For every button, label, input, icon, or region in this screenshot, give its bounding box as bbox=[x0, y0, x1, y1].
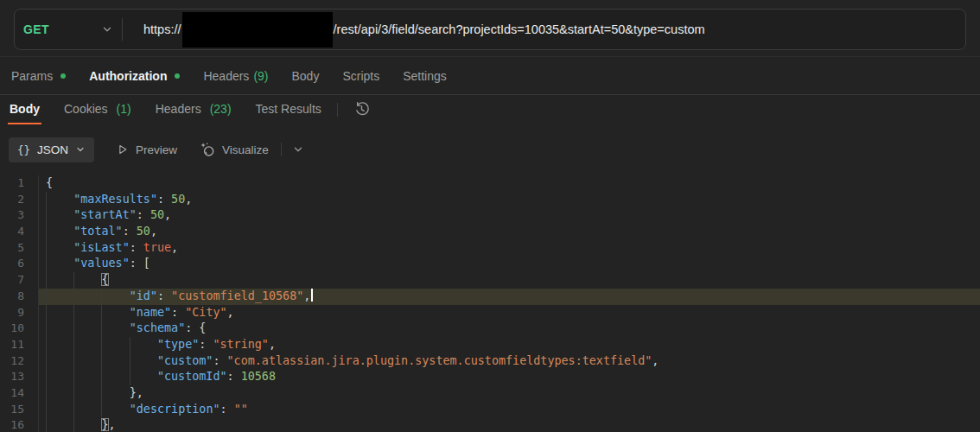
indent-guide bbox=[73, 272, 101, 289]
indent-guide bbox=[73, 353, 101, 370]
code-token: : bbox=[157, 193, 171, 206]
code-content: "maxResults": 50, bbox=[39, 192, 980, 208]
code-line[interactable]: 11"type": "string", bbox=[0, 337, 980, 353]
code-token: "custom" bbox=[157, 354, 213, 367]
sparkle-ball-icon bbox=[200, 142, 215, 157]
tab-count: (9) bbox=[253, 69, 268, 83]
request-tab-scripts[interactable]: Scripts bbox=[342, 69, 379, 83]
indent-guide bbox=[46, 240, 73, 257]
code-line[interactable]: 8"id": "customfield_10568", bbox=[0, 289, 980, 305]
request-tab-headers[interactable]: Headers(9) bbox=[203, 69, 268, 83]
code-token: 50 bbox=[137, 225, 150, 238]
response-tab-cookies[interactable]: Cookies(1) bbox=[62, 95, 133, 124]
code-token: : bbox=[213, 354, 226, 367]
tab-label: Params bbox=[11, 69, 53, 83]
line-number: 6 bbox=[0, 256, 39, 272]
request-url-section: GET https:///rest/api/3/field/search?pro… bbox=[0, 0, 980, 57]
line-number: 2 bbox=[0, 192, 39, 208]
response-tab-body[interactable]: Body bbox=[8, 95, 41, 124]
indent-guide bbox=[46, 369, 73, 385]
line-number: 13 bbox=[0, 369, 39, 385]
code-token: : bbox=[137, 208, 150, 221]
request-tab-authorization[interactable]: Authorization bbox=[89, 69, 180, 83]
url-input[interactable]: https:///rest/api/3/field/search?project… bbox=[143, 12, 965, 48]
code-line[interactable]: 9"name": "City", bbox=[0, 305, 980, 321]
response-tab-headers[interactable]: Headers(23) bbox=[154, 95, 233, 124]
code-content: "customId": 10568 bbox=[39, 369, 980, 385]
line-number: 8 bbox=[0, 289, 39, 305]
code-token: "isLast" bbox=[73, 241, 130, 254]
code-line[interactable]: 2"maxResults": 50, bbox=[0, 192, 980, 208]
code-token: "total" bbox=[73, 225, 122, 238]
response-tab-test-results[interactable]: Test Results bbox=[254, 95, 323, 124]
code-line[interactable]: 14}, bbox=[0, 385, 980, 402]
indent-guide bbox=[101, 369, 129, 385]
format-selector[interactable]: {} JSON bbox=[9, 137, 94, 162]
code-line[interactable]: 15"description": "" bbox=[0, 402, 980, 418]
request-tabs: ParamsAuthorizationHeaders(9)BodyScripts… bbox=[0, 57, 980, 95]
code-token: , bbox=[303, 289, 310, 302]
line-number: 10 bbox=[0, 321, 39, 337]
visualize-label: Visualize bbox=[222, 143, 269, 156]
code-content: "name": "City", bbox=[39, 305, 980, 321]
code-line[interactable]: 13"customId": 10568 bbox=[0, 369, 980, 385]
code-token: { bbox=[101, 273, 108, 286]
code-content: "description": "" bbox=[39, 402, 980, 418]
code-token: : { bbox=[185, 321, 206, 334]
code-line[interactable]: 10"schema": { bbox=[0, 321, 980, 337]
code-line[interactable]: 6"values": [ bbox=[0, 256, 980, 272]
indent-guide bbox=[46, 207, 73, 224]
code-content: "isLast": true, bbox=[39, 240, 980, 257]
response-body-editor[interactable]: 1{2"maxResults": 50,3"startAt": 50,4"tot… bbox=[0, 169, 980, 432]
indent-guide bbox=[73, 402, 101, 418]
code-content: { bbox=[39, 175, 980, 192]
line-number: 14 bbox=[0, 385, 39, 402]
tab-count: (1) bbox=[117, 102, 131, 116]
indent-guide bbox=[46, 321, 73, 337]
code-lines: 1{2"maxResults": 50,3"startAt": 50,4"tot… bbox=[0, 175, 980, 432]
code-line[interactable]: 12"custom": "com.atlassian.jira.plugin.s… bbox=[0, 353, 980, 370]
tab-label: Headers bbox=[156, 102, 201, 116]
indent-guide bbox=[101, 337, 129, 353]
code-line[interactable]: 3"startAt": 50, bbox=[0, 207, 980, 224]
redacted-url-host bbox=[182, 12, 333, 48]
response-body-toolbar: {} JSON Preview Visualize bbox=[0, 130, 980, 169]
chevron-down-icon bbox=[292, 143, 304, 156]
tab-label: Cookies bbox=[64, 102, 108, 116]
code-token: : bbox=[171, 306, 185, 319]
code-line[interactable]: 7{ bbox=[0, 272, 980, 289]
code-token: "name" bbox=[130, 306, 171, 319]
url-prefix: https:// bbox=[143, 22, 181, 36]
request-tab-params[interactable]: Params bbox=[11, 69, 66, 83]
code-line[interactable]: 4"total": 50, bbox=[0, 224, 980, 240]
line-number: 15 bbox=[0, 402, 39, 418]
preview-button[interactable]: Preview bbox=[117, 143, 177, 156]
code-token: : bbox=[227, 370, 241, 383]
method-selector[interactable]: GET bbox=[15, 22, 122, 36]
code-line[interactable]: 5"isLast": true, bbox=[0, 240, 980, 257]
indent-guide bbox=[46, 272, 73, 289]
line-number: 4 bbox=[0, 224, 39, 240]
line-number: 1 bbox=[0, 175, 39, 192]
code-content: }, bbox=[39, 385, 980, 402]
code-token: , bbox=[269, 338, 276, 351]
code-token: { bbox=[46, 176, 53, 189]
request-tab-settings[interactable]: Settings bbox=[403, 69, 447, 83]
collapse-response-button[interactable] bbox=[292, 143, 304, 156]
code-line[interactable]: 1{ bbox=[0, 175, 980, 192]
code-token: , bbox=[185, 193, 192, 206]
indent-guide bbox=[101, 305, 129, 321]
code-line[interactable]: 16}, bbox=[0, 417, 980, 432]
indent-guide bbox=[101, 353, 129, 370]
response-history-button[interactable] bbox=[350, 97, 374, 121]
visualize-button[interactable]: Visualize bbox=[200, 142, 269, 157]
code-token: , bbox=[150, 225, 157, 238]
indent-guide bbox=[46, 192, 73, 208]
tab-label: Test Results bbox=[256, 102, 321, 116]
code-token: "type" bbox=[157, 338, 199, 351]
divider bbox=[281, 143, 282, 156]
response-tab-row: BodyCookies(1)Headers(23)Test Results bbox=[0, 95, 980, 130]
code-content: "id": "customfield_10568", bbox=[39, 289, 980, 305]
divider bbox=[337, 103, 338, 117]
request-tab-body[interactable]: Body bbox=[292, 69, 320, 83]
